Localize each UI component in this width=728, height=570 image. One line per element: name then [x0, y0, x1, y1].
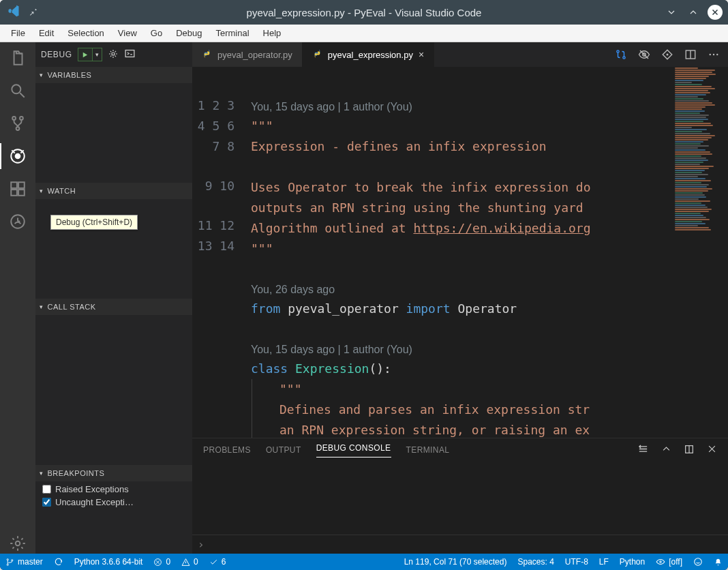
sidepanel-title: DEBUG: [41, 50, 72, 59]
svg-point-12: [112, 52, 115, 55]
panel-collapse-icon[interactable]: [661, 444, 671, 456]
panel-tab-output[interactable]: OUTPUT: [266, 445, 301, 455]
activity-extensions[interactable]: [7, 179, 28, 199]
panel-maximize-icon[interactable]: [684, 444, 695, 457]
breakpoint-uncaught-exceptions[interactable]: Uncaught Excepti…: [38, 496, 189, 509]
status-errors[interactable]: 0: [148, 557, 176, 567]
status-position[interactable]: Ln 119, Col 71 (70 selected): [399, 557, 513, 567]
panel-tab-debugconsole[interactable]: DEBUG CONSOLE: [316, 443, 391, 457]
codelens[interactable]: You, 26 days ago: [251, 280, 671, 299]
menu-edit[interactable]: Edit: [32, 27, 61, 40]
tab-pyeval-operator[interactable]: pyeval_operator.py: [192, 42, 303, 67]
section-watch[interactable]: WATCH: [35, 183, 192, 199]
menu-terminal[interactable]: Terminal: [209, 27, 256, 40]
svg-point-2: [20, 117, 23, 120]
codelens[interactable]: You, 15 days ago | 1 author (You): [251, 97, 671, 116]
pin-icon[interactable]: [27, 5, 38, 19]
code-editor[interactable]: You, 15 days ago | 1 author (You)""" Exp…: [244, 67, 671, 438]
tab-pyeval-expression[interactable]: pyeval_expression.py ×: [303, 42, 434, 67]
titlebar: pyeval_expression.py - PyEval - Visual S…: [0, 0, 728, 25]
svg-point-25: [12, 559, 13, 560]
split-editor-icon[interactable]: [684, 48, 697, 61]
panel-clear-icon[interactable]: [637, 443, 649, 457]
menu-debug[interactable]: Debug: [169, 27, 209, 40]
svg-rect-8: [11, 190, 17, 196]
tab-label: pyeval_operator.py: [217, 50, 292, 60]
svg-point-28: [695, 558, 702, 566]
panel-tab-terminal[interactable]: TERMINAL: [406, 445, 450, 455]
activity-settings[interactable]: [7, 533, 28, 554]
git-compare-icon[interactable]: [615, 48, 627, 61]
svg-point-27: [660, 561, 661, 562]
debug-console-input[interactable]: ›: [192, 535, 728, 554]
editor-tabs: pyeval_operator.py pyeval_expression.py …: [192, 42, 728, 67]
statusbar: master Python 3.6.6 64-bit 0 0 6 Ln 119,…: [0, 554, 728, 570]
debug-console-icon[interactable]: [124, 48, 136, 61]
svg-rect-9: [18, 190, 25, 196]
svg-point-11: [16, 541, 20, 546]
activity-search[interactable]: [7, 80, 28, 101]
svg-point-24: [7, 564, 8, 565]
breakpoint-raised-exceptions[interactable]: Raised Exceptions: [38, 483, 189, 496]
debug-settings-icon[interactable]: [108, 48, 119, 61]
status-feedback[interactable]: [688, 557, 708, 567]
status-sync[interactable]: [48, 557, 69, 567]
svg-point-0: [12, 85, 20, 93]
minimap[interactable]: [671, 67, 728, 438]
section-breakpoints[interactable]: BREAKPOINTS: [35, 465, 192, 481]
activity-debug[interactable]: [7, 146, 28, 166]
maximize-button[interactable]: [686, 5, 701, 20]
activity-explorer[interactable]: [7, 48, 28, 68]
tab-close-icon[interactable]: ×: [419, 49, 424, 60]
git-diamond-icon[interactable]: [661, 48, 673, 61]
status-spaces[interactable]: Spaces: 4: [512, 557, 559, 567]
start-debug-button[interactable]: ▾: [78, 48, 102, 61]
bottom-panel: PROBLEMS OUTPUT DEBUG CONSOLE TERMINAL ›: [192, 438, 728, 554]
python-file-icon: [202, 48, 212, 61]
breakpoint-uncaught-checkbox[interactable]: [42, 498, 51, 507]
vscode-icon: [7, 4, 20, 20]
window-title: pyeval_expression.py - PyEval - Visual S…: [0, 7, 728, 18]
activity-liveshare[interactable]: [7, 211, 28, 232]
close-button[interactable]: [708, 5, 723, 20]
svg-point-19: [710, 54, 711, 55]
svg-point-20: [713, 54, 714, 55]
panel-close-icon[interactable]: [707, 444, 717, 456]
svg-rect-13: [125, 50, 134, 57]
status-eol[interactable]: LF: [594, 557, 614, 567]
status-python[interactable]: Python 3.6.6 64-bit: [69, 557, 149, 567]
menu-selection[interactable]: Selection: [61, 27, 110, 40]
editor-actions: [615, 42, 728, 67]
python-file-icon: [312, 48, 322, 61]
debug-sidepanel: DEBUG ▾ VARIABLES WATCH CALL STACK BREAK…: [35, 42, 192, 554]
status-branch[interactable]: master: [0, 557, 48, 567]
menu-file[interactable]: File: [4, 27, 32, 40]
svg-point-23: [7, 558, 8, 560]
status-notifications[interactable]: [708, 558, 728, 567]
section-variables[interactable]: VARIABLES: [35, 67, 192, 83]
breakpoint-raised-checkbox[interactable]: [42, 485, 51, 494]
more-actions-icon[interactable]: [708, 48, 720, 61]
menu-help[interactable]: Help: [256, 27, 288, 40]
minimize-button[interactable]: [664, 5, 679, 20]
activity-scm[interactable]: [7, 113, 28, 134]
svg-point-15: [623, 57, 625, 59]
svg-point-21: [716, 54, 718, 55]
menubar: File Edit Selection View Go Debug Termin…: [0, 25, 728, 42]
line-gutter: 1 2 3 4 5 6 7 8 9 10 11 12 13 14: [192, 67, 244, 438]
menu-view[interactable]: View: [111, 27, 144, 40]
panel-tab-problems[interactable]: PROBLEMS: [203, 445, 251, 455]
section-callstack[interactable]: CALL STACK: [35, 299, 192, 315]
tab-label: pyeval_expression.py: [328, 50, 413, 60]
status-language[interactable]: Python: [614, 557, 650, 567]
svg-rect-7: [18, 182, 25, 188]
codelens[interactable]: You, 15 days ago | 1 author (You): [251, 340, 671, 359]
status-encoding[interactable]: UTF-8: [560, 557, 594, 567]
status-tests[interactable]: 6: [204, 557, 232, 567]
svg-point-5: [15, 153, 21, 160]
status-liveshare[interactable]: [off]: [650, 557, 688, 567]
menu-go[interactable]: Go: [144, 27, 169, 40]
activitybar: [0, 42, 35, 554]
toggle-visibility-icon[interactable]: [638, 48, 650, 61]
status-warnings[interactable]: 0: [176, 557, 204, 567]
